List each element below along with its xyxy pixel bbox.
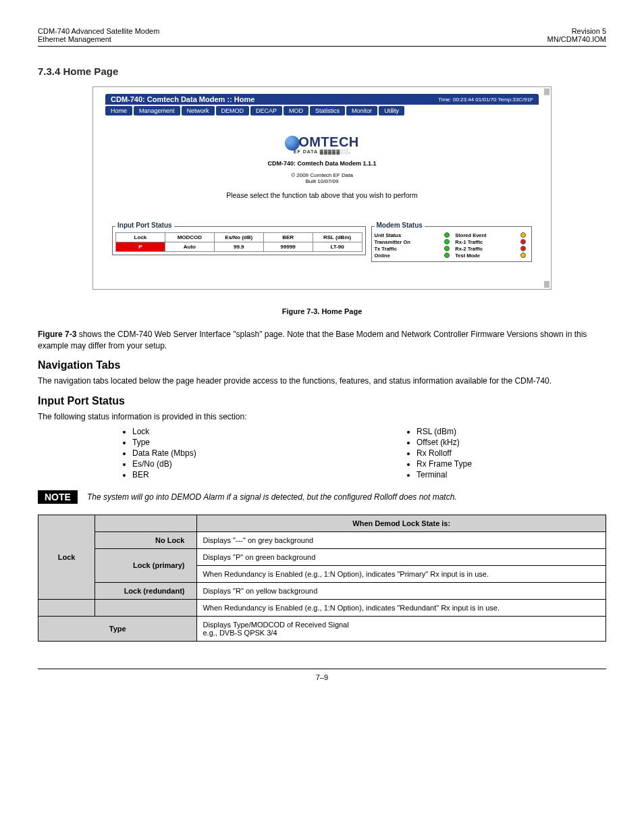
ms-r0: Stored Event: [455, 232, 518, 238]
t1-r2c2b: When Redundancy is Enabled (e.g., 1:N Op…: [197, 565, 606, 582]
ips-h-esno: Es/No (dB): [214, 232, 263, 242]
led-stored-event: [520, 232, 526, 238]
br1: Offset (kHz): [417, 438, 606, 447]
ms-l0: Unit Status: [375, 232, 442, 238]
brand-sub: EF DATA ▓▓▓▓▓░░.: [285, 149, 359, 154]
intro-text: shows the CDM-740 Web Server Interface "…: [38, 330, 587, 350]
ips-h-ber: BER: [263, 232, 313, 242]
tab-statistics[interactable]: Statistics: [310, 106, 345, 115]
ips-esno: 99.9: [214, 242, 263, 251]
ips-h-rsl: RSL (dBm): [313, 232, 362, 242]
ips-lock: P: [116, 242, 165, 251]
t1-r3c2: Displays "R" on yellow background: [197, 582, 606, 599]
app-time-temp: Time: 00:23:44 01/01/70 Temp:33C/91F: [438, 97, 533, 103]
tab-home[interactable]: Home: [105, 106, 132, 115]
bl4: BER: [132, 470, 322, 479]
doc-title: CDM-740 Advanced Satellite Modem: [38, 27, 159, 35]
ips-modcod: Auto: [165, 242, 214, 251]
led-rx2: [520, 246, 526, 251]
led-rx1: [520, 239, 526, 244]
t1-type-body: Displays Type/MODCOD of Received Signal …: [197, 616, 606, 641]
ms-r2: Rx-2 Traffic: [455, 246, 518, 252]
tab-utility[interactable]: Utility: [379, 106, 404, 115]
lock-table: Lock When Demod Lock State is: No Lock D…: [38, 515, 606, 642]
ips-table: Lock MODCOD Es/No (dB) BER RSL (dBm) P A…: [115, 232, 363, 252]
note-body: The system will go into DEMOD Alarm if a…: [87, 492, 606, 502]
ips-h-modcod: MODCOD: [165, 232, 214, 242]
tab-monitor[interactable]: Monitor: [346, 106, 377, 115]
led-online: [444, 253, 450, 258]
br3: Rx Frame Type: [417, 459, 606, 469]
t1-lock-label: Lock: [38, 515, 95, 599]
bl0: Lock: [132, 427, 322, 436]
globe-icon: [285, 136, 300, 151]
splash-center: OMTECH EF DATA ▓▓▓▓▓░░. CDM-740: Comtech…: [93, 134, 551, 199]
ips-ber: 99999: [263, 242, 313, 251]
page-number: 7–9: [38, 673, 606, 681]
ips-h-lock: Lock: [116, 232, 165, 242]
ms-r1: Rx-1 Traffic: [455, 239, 518, 245]
ms-l1: Transmitter On: [375, 239, 442, 245]
t1-r4c2: When Redundancy is Enabled (e.g., 1:N Op…: [197, 599, 606, 616]
bottom-rule: [38, 669, 606, 669]
ips-rsl: LT-90: [313, 242, 362, 251]
t1-type-l1: Displays Type/MODCOD of Received Signal: [203, 621, 600, 629]
t1-r4c1: [95, 599, 197, 616]
t1-r2c1: Lock (primary): [95, 548, 197, 582]
embedded-screenshot: CDM-740: Comtech Data Modem :: Home Time…: [92, 86, 552, 290]
top-rule: [38, 46, 606, 47]
splash-line3: Built 10/07/09: [93, 178, 551, 184]
t1-header: When Demod Lock State is:: [197, 515, 606, 531]
ms-l2: Tx Traffic: [375, 246, 442, 252]
br0: RSL (dBm): [417, 427, 606, 436]
tab-decap[interactable]: DECAP: [250, 106, 282, 115]
splash-prompt: Please select the function tab above tha…: [93, 191, 551, 199]
t1-r3c1: Lock (redundant): [95, 582, 197, 599]
t1-r2c2a: Displays "P" on green background: [197, 548, 606, 565]
tab-management[interactable]: Management: [134, 106, 180, 115]
led-unit-status: [444, 232, 450, 238]
bullet-right: RSL (dBm) Offset (kHz) Rx Rolloff Rx Fra…: [322, 427, 606, 481]
figure-caption: Figure 7-3. Home Page: [38, 307, 606, 315]
tab-mod[interactable]: MOD: [284, 106, 308, 115]
led-tx-traffic: [444, 246, 450, 251]
ms-legend: Modem Status: [375, 221, 425, 229]
modem-status-panel: Modem Status Unit Status Stored Event Tr…: [371, 226, 532, 262]
nav-paragraph: The navigation tabs located below the pa…: [38, 375, 606, 387]
splash-line1: CDM-740: Comtech Data Modem 1.1.1: [93, 160, 551, 167]
t1-type-l2: e.g., DVB-S QPSK 3/4: [203, 629, 600, 637]
tab-demod[interactable]: DEMOD: [216, 106, 250, 115]
section-title: 7.3.4 Home Page: [38, 66, 606, 77]
t1-r4c0: [38, 599, 95, 616]
tab-network[interactable]: Network: [182, 106, 215, 115]
app-title: CDM-740: Comtech Data Modem :: Home: [111, 95, 254, 103]
note-block: NOTE The system will go into DEMOD Alarm…: [38, 490, 606, 504]
ms-r3: Test Mode: [455, 253, 518, 259]
bullet-left: Lock Type Data Rate (Mbps) Es/No (dB) BE…: [38, 427, 322, 481]
br4: Terminal: [417, 470, 606, 479]
app-titlebar: CDM-740: Comtech Data Modem :: Home Time…: [105, 94, 539, 105]
scrollbar-thumb-top: [544, 88, 549, 95]
bullet-columns: Lock Type Data Rate (Mbps) Es/No (dB) BE…: [38, 427, 606, 481]
bl2: Data Rate (Mbps): [132, 448, 322, 458]
brand-logo: OMTECH EF DATA ▓▓▓▓▓░░.: [285, 134, 359, 154]
doc-revision: Revision 5: [547, 27, 606, 35]
t1-type-label: Type: [38, 616, 197, 641]
br2: Rx Rolloff: [417, 448, 606, 458]
brand-text: OMTECH: [298, 134, 359, 149]
ips-paragraph: The following status information is prov…: [38, 411, 606, 423]
t1-r1c2: Displays "---" on grey background: [197, 531, 606, 548]
intro-paragraph: Figure 7-3 shows the CDM-740 Web Server …: [38, 329, 606, 352]
t1-r1c1: No Lock: [95, 531, 197, 548]
led-tx-on: [444, 239, 450, 244]
bl1: Type: [132, 438, 322, 447]
tab-bar: Home Management Network DEMOD DECAP MOD …: [105, 106, 539, 117]
scrollbar-thumb-bottom: [544, 281, 549, 288]
ips-legend: Input Port Status: [115, 221, 174, 229]
nav-subhead: Navigation Tabs: [38, 359, 606, 371]
ips-subhead: Input Port Status: [38, 395, 606, 407]
doc-header: CDM-740 Advanced Satellite Modem Etherne…: [38, 27, 606, 43]
doc-subtitle: Ethernet Management: [38, 35, 159, 43]
fig-ref: Figure 7-3: [38, 330, 76, 339]
ms-l3: Online: [375, 253, 442, 259]
